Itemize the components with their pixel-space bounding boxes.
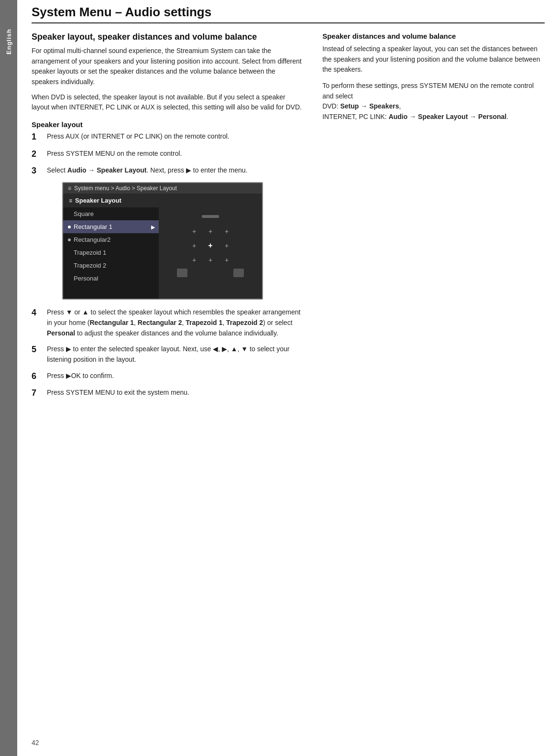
speaker-grid: + + + + + + + + <box>187 226 233 266</box>
step-number-2: 2 <box>32 149 42 160</box>
menu-icon: ≡ <box>68 185 71 192</box>
sp-mr: + <box>220 240 233 251</box>
sp-br: + <box>220 254 233 266</box>
panel-menu-icon: ≡ <box>69 197 72 204</box>
steps-list: 1 Press AUX (or INTERNET or PC LINK) on … <box>32 131 303 399</box>
screen-body: ≡ Speaker Layout Square Rectangular 1 ▶ <box>63 194 262 299</box>
step-number-6: 6 <box>32 371 42 382</box>
right-column: Speaker distances and volume balance Ins… <box>322 32 545 405</box>
step-number-4: 4 <box>32 307 42 318</box>
screen-title-bar: ≡ System menu > Audio > Speaker Layout <box>63 183 262 194</box>
menu-item-square[interactable]: Square <box>63 207 159 220</box>
step-text-6: Press ▶OK to confirm. <box>47 371 303 381</box>
menu-item-rectangular1[interactable]: Rectangular 1 ▶ <box>63 220 159 233</box>
step-text-5: Press ▶ to enter the selected speaker la… <box>47 344 303 365</box>
step-screen-mockup: ≡ System menu > Audio > Speaker Layout ≡… <box>32 182 303 300</box>
right-para2: To perform these settings, press SYSTEM … <box>322 81 545 122</box>
page-title: System Menu – Audio settings <box>32 0 545 23</box>
step-3: 3 Select Audio → Speaker Layout. Next, p… <box>32 165 303 176</box>
sp-bl: + <box>187 254 201 266</box>
step-5: 5 Press ▶ to enter the selected speaker … <box>32 344 303 365</box>
page-number: 42 <box>17 739 39 746</box>
intro-text: For optimal multi-channel sound experien… <box>32 46 303 87</box>
panel-heading: ≡ Speaker Layout <box>63 194 159 207</box>
step-text-4: Press ▼ or ▲ to select the speaker layou… <box>47 307 303 338</box>
speaker-layout-subheading: Speaker layout <box>32 120 303 129</box>
bullet-icon <box>68 226 71 228</box>
menu-item-personal[interactable]: Personal <box>63 272 159 285</box>
top-speaker <box>202 215 219 218</box>
step-text-7: Press SYSTEM MENU to exit the system men… <box>47 388 303 398</box>
menu-item-trapezoid2[interactable]: Trapezoid 2 <box>63 259 159 272</box>
panel-heading-text: Speaker Layout <box>75 197 121 204</box>
sp-mc: + <box>204 240 217 251</box>
right-para1: Instead of selecting a speaker layout, y… <box>322 44 545 75</box>
sp-ml: + <box>187 240 201 251</box>
sp-bc: + <box>204 254 217 266</box>
arrow-icon: ▶ <box>151 224 155 230</box>
step-number-3: 3 <box>32 165 42 176</box>
bullet-icon-2 <box>68 238 71 241</box>
corner-speakers <box>177 269 244 277</box>
section-heading: Speaker layout, speaker distances and vo… <box>32 32 303 42</box>
screen-mockup: ≡ System menu > Audio > Speaker Layout ≡… <box>62 182 263 300</box>
corner-right <box>233 269 244 277</box>
left-column: Speaker layout, speaker distances and vo… <box>32 32 303 405</box>
step-6: 6 Press ▶OK to confirm. <box>32 371 303 382</box>
menu-item-trapezoid1[interactable]: Trapezoid 1 <box>63 246 159 259</box>
step-number-7: 7 <box>32 388 42 399</box>
step-7: 7 Press SYSTEM MENU to exit the system m… <box>32 388 303 399</box>
note-text: When DVD is selected, the speaker layout… <box>32 92 303 113</box>
sidebar: English <box>0 0 17 756</box>
step-2: 2 Press SYSTEM MENU on the remote contro… <box>32 149 303 160</box>
step-text-1: Press AUX (or INTERNET or PC LINK) on th… <box>47 131 303 142</box>
sp-tr: + <box>220 226 233 237</box>
screen-title-text: System menu > Audio > Speaker Layout <box>74 185 177 192</box>
step-text-2: Press SYSTEM MENU on the remote control. <box>47 149 303 159</box>
speaker-diagram: + + + + + + + + <box>177 215 244 277</box>
step-number-1: 1 <box>32 131 42 142</box>
screen-left-panel: ≡ Speaker Layout Square Rectangular 1 ▶ <box>63 194 159 299</box>
step-4: 4 Press ▼ or ▲ to select the speaker lay… <box>32 307 303 338</box>
sp-tl: + <box>187 226 201 237</box>
step-text-3: Select Audio → Speaker Layout. Next, pre… <box>47 165 303 176</box>
sp-tc: + <box>204 226 217 237</box>
corner-left <box>177 269 187 277</box>
sidebar-label: English <box>5 29 12 54</box>
step-number-5: 5 <box>32 344 42 355</box>
screen-right-panel: + + + + + + + + <box>159 194 262 299</box>
right-heading: Speaker distances and volume balance <box>322 32 545 40</box>
menu-item-rectangular2[interactable]: Rectangular2 <box>63 233 159 246</box>
step-1: 1 Press AUX (or INTERNET or PC LINK) on … <box>32 131 303 142</box>
